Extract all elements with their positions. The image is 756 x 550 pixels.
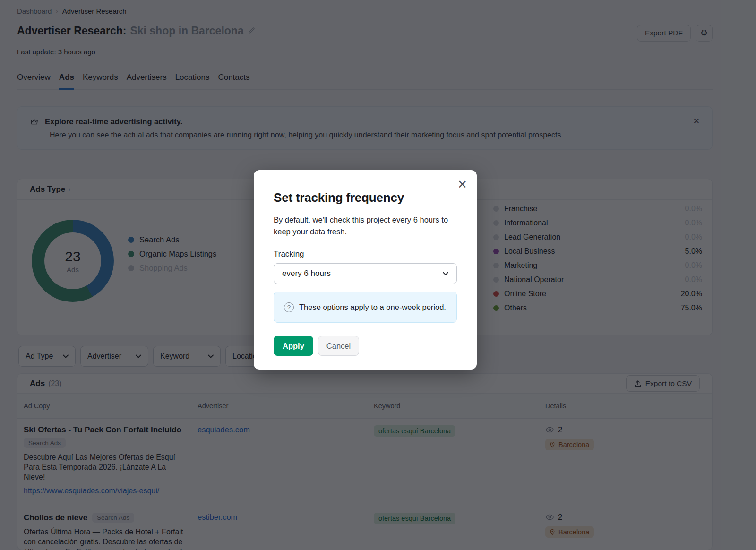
tracking-label: Tracking [274, 249, 457, 259]
note-text: These options apply to a one-week period… [299, 303, 446, 312]
tracking-frequency-modal: ✕ Set tracking frequency By default, we'… [254, 170, 477, 370]
info-note: ? These options apply to a one-week peri… [274, 292, 457, 323]
page: Dashboard › Advertiser Research Advertis… [0, 0, 756, 550]
apply-button[interactable]: Apply [274, 336, 313, 356]
modal-body-text: By default, we'll check this project eve… [274, 214, 457, 238]
cancel-button[interactable]: Cancel [318, 336, 359, 356]
modal-title: Set tracking frequency [274, 190, 457, 205]
select-value: every 6 hours [282, 269, 331, 278]
tracking-frequency-select[interactable]: every 6 hours [274, 263, 457, 284]
question-circle-icon: ? [284, 302, 294, 312]
modal-close-icon[interactable]: ✕ [457, 179, 467, 190]
chevron-down-icon [443, 272, 448, 275]
